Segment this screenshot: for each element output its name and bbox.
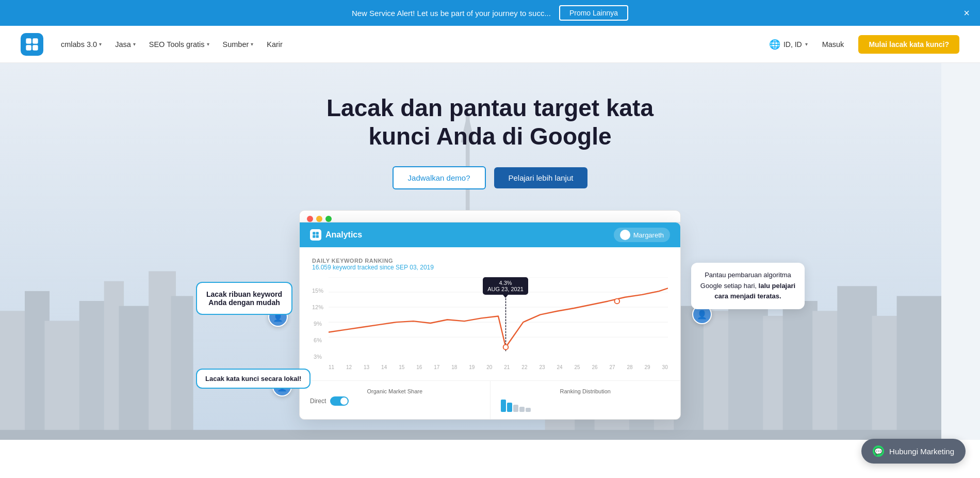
analytics-logo-icon [310,229,321,241]
chevron-down-icon: ▾ [805,41,808,47]
nav-links: cmlabs 3.0 ▾ Jasa ▾ SEO Tools gratis ▾ S… [56,37,288,52]
svg-rect-27 [783,301,818,440]
globe-icon: 🌐 [769,39,780,50]
svg-rect-35 [313,235,315,238]
user-badge: Margareth [614,228,670,242]
toggle-switch[interactable] [330,396,349,406]
logo-icon [25,37,39,52]
banner-text: New Service Alert! Let us be part of you… [352,9,551,18]
login-button[interactable]: Masuk [816,37,851,52]
svg-point-43 [503,345,509,350]
chevron-down-icon: ▾ [207,41,209,47]
chart-y-labels: 15% 12% 9% 6% 3% [312,288,323,360]
chevron-down-icon: ▾ [251,41,253,47]
banner-close-button[interactable]: × [963,8,970,18]
svg-rect-7 [44,321,84,440]
chevron-down-icon: ▾ [99,41,102,47]
language-selector[interactable]: 🌐 ID, ID ▾ [769,39,808,50]
mini-cards-row: Organic Market Share Direct Ranking Dist… [300,380,680,419]
window-dot-red [307,216,313,222]
analytics-card: Analytics Margareth DAILY KEYWORD RANKIN… [299,222,681,420]
svg-rect-0 [26,38,31,44]
window-dot-yellow [316,216,322,222]
svg-rect-3 [32,45,38,51]
svg-rect-8 [79,301,109,440]
chart-tooltip: 4.3% AUG 23, 2021 [483,277,528,295]
svg-rect-24 [704,311,733,440]
svg-rect-12 [171,296,193,440]
banner-cta-button[interactable]: Promo Lainnya [559,5,628,21]
mini-card-ranking-dist: Ranking Distribution [491,381,681,419]
chart-subtitle: 16.059 keyword tracked since SEP 03, 201… [312,264,668,271]
hero-title: Lacak dan pantau target kata kunci Anda … [309,94,671,151]
svg-rect-9 [104,281,124,440]
svg-rect-2 [26,45,31,51]
svg-rect-6 [25,291,50,440]
nav-item-sumber[interactable]: Sumber ▾ [218,37,259,52]
chart-area: DAILY KEYWORD RANKING 16.059 keyword tra… [300,247,680,380]
learn-more-button[interactable]: Pelajari lebih lanjut [494,167,588,188]
analytics-title: Analytics [310,229,362,241]
nav-item-karir[interactable]: Karir [262,37,288,52]
svg-rect-5 [0,311,30,440]
callout-left: Lacak ribuan keyword Anda dengan mudah [196,282,292,315]
svg-rect-11 [149,271,176,440]
svg-rect-31 [897,296,941,440]
svg-rect-36 [316,235,319,238]
navbar-right: 🌐 ID, ID ▾ Masuk Mulai lacak kata kunci? [769,35,959,54]
callout-right: Pantau pembaruan algoritma Google setiap… [691,263,805,309]
avatar [620,230,630,240]
svg-point-44 [614,299,619,304]
toggle-row: Direct [310,396,480,406]
chart-label: DAILY KEYWORD RANKING [312,258,668,264]
navbar: cmlabs 3.0 ▾ Jasa ▾ SEO Tools gratis ▾ S… [0,26,980,63]
demo-button[interactable]: Jadwalkan demo? [393,166,486,189]
svg-rect-10 [119,306,154,440]
nav-item-brand[interactable]: cmlabs 3.0 ▾ [56,37,107,52]
mini-card-market-share: Organic Market Share Direct [300,381,491,419]
svg-rect-33 [313,232,315,235]
analytics-header: Analytics Margareth [300,222,680,247]
logo[interactable] [21,33,43,56]
svg-rect-30 [872,316,902,440]
svg-rect-26 [763,316,790,440]
bar-chart-mini [501,396,671,412]
svg-rect-29 [837,286,877,440]
chevron-down-icon: ▾ [133,41,136,47]
svg-rect-32 [0,430,941,440]
cta-button[interactable]: Mulai lacak kata kunci? [858,35,959,54]
svg-rect-28 [812,311,842,440]
hero-section: Lacak dan pantau target kata kunci Anda … [0,63,980,440]
chart-x-labels: 11 12 13 14 15 16 17 18 19 20 21 22 23 2… [329,364,668,370]
nav-item-jasa[interactable]: Jasa ▾ [110,37,141,52]
svg-rect-25 [728,291,768,440]
top-banner: New Service Alert! Let us be part of you… [0,0,980,26]
window-dot-green [325,216,332,222]
nav-item-seo-tools[interactable]: SEO Tools gratis ▾ [144,37,215,52]
callout-bottom-left: Lacak kata kunci secara lokal! [196,369,311,389]
svg-rect-1 [32,38,38,44]
svg-rect-34 [316,232,319,235]
whatsapp-button[interactable]: 💬 Hubungi Marketing [861,439,966,440]
chart-container: 4.3% AUG 23, 2021 15% 12% 9% 6% 3% [312,277,668,370]
hero-buttons: Jadwalkan demo? Pelajari lebih lanjut [21,166,959,189]
